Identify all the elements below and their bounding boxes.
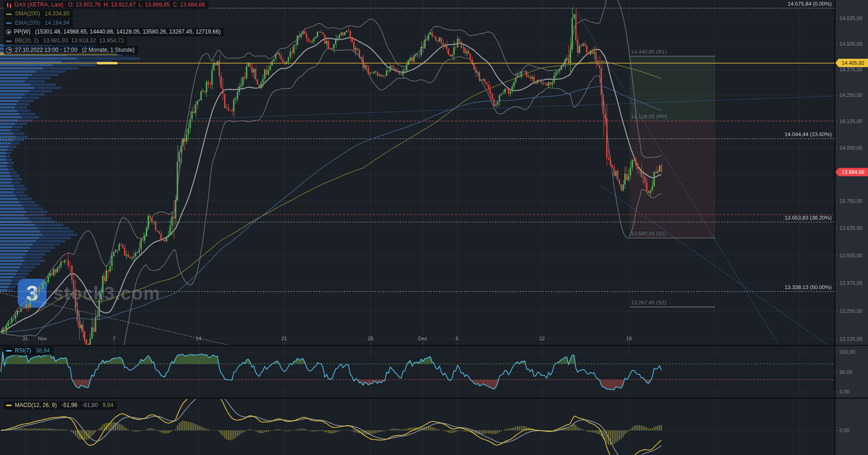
date-tick: 14 <box>196 336 201 341</box>
chart-window: 3 stock3.com DAX (XETRA, Last)O: 13.902,… <box>0 0 868 455</box>
fib-level-label: 13.338,13 (50.00%) <box>785 284 832 290</box>
date-tick: 31 <box>22 336 28 341</box>
pivot-level-label: 14.128,05 (PP) <box>631 114 667 119</box>
macd-line-icon <box>6 405 12 406</box>
macd-value: -51,96 <box>62 402 77 408</box>
pivot-level-label: 13.267,45 (S2) <box>631 300 666 305</box>
fib-level-label: 13.653,83 (38.20%) <box>785 215 832 221</box>
symbol-title: DAX (XETRA, Last) <box>14 1 63 8</box>
axis-border <box>834 0 835 455</box>
indicator-legend: DAX (XETRA, Last)O: 13.902,76 H: 13.912,… <box>4 1 224 55</box>
date-tick: Dez <box>418 336 427 341</box>
date-tick: 21 <box>281 336 287 341</box>
price-tick: 14.375,00 <box>840 67 862 72</box>
fib-level-label: 14.044,44 (23.60%) <box>785 131 832 137</box>
date-tick: 28 <box>368 336 373 341</box>
legend-bb-row[interactable]: BB(20, 2)13.981,93 13.918,32 13.854,72 <box>4 37 127 45</box>
macd-legend[interactable]: MACD(12, 26, 9)-51,96-61,809,84 <box>4 401 116 410</box>
price-tick: 13.500,00 <box>840 253 862 258</box>
price-tick: 13.375,00 <box>840 280 862 286</box>
rsi-value: 38,94 <box>36 347 50 354</box>
rsi-tick: 0,00 <box>840 389 849 394</box>
date-tick: 19 <box>626 336 632 341</box>
candlestick-icon <box>6 2 12 8</box>
legend-pivot-row[interactable]: PP(W)(15301.46, 14988.65, 14440.86, 1412… <box>4 28 224 36</box>
price-tick: 14.125,00 <box>840 118 862 124</box>
chart-canvas[interactable] <box>0 0 868 455</box>
price-tick: 14.500,00 <box>840 41 862 47</box>
date-tick: 12 <box>539 336 545 341</box>
price-tick: 14.250,00 <box>840 92 862 98</box>
price-tick: 13.625,00 <box>840 225 862 231</box>
price-tick: 13.250,00 <box>840 308 862 314</box>
pane-separator-rsi[interactable] <box>0 345 868 346</box>
price-tick: 14.625,00 <box>840 15 862 21</box>
symbol-ohlc: O: 13.902,76 H: 13.912,67 L: 13.869,85 C… <box>68 1 205 8</box>
macd-hist-value: 9,84 <box>103 402 113 408</box>
bb-line-icon <box>6 41 12 42</box>
price-tick: 14.000,00 <box>840 145 862 151</box>
pane-separator-macd[interactable] <box>0 398 868 399</box>
clock-icon <box>6 47 12 53</box>
pivot-point-icon <box>6 29 11 34</box>
price-tick: 13.750,00 <box>840 198 862 204</box>
legend-time-row: 27.10.2022 13:00 - 17:00 (2 Monate, 1 St… <box>4 46 138 55</box>
rsi-tick: 100,00 <box>840 349 855 355</box>
price-tick: 13.125,00 <box>840 336 862 342</box>
date-tick: 7 <box>113 336 116 341</box>
rsi-line-icon <box>6 350 12 352</box>
last-price-tag: 13.884,66 <box>835 168 868 176</box>
date-tick: Nov <box>38 336 47 341</box>
fib-level-label: 14.675,84 (0.00%) <box>787 1 832 7</box>
macd-signal-value: -61,80 <box>82 402 98 408</box>
pivot-level-label: 13.580,26 (S1) <box>631 231 666 236</box>
rsi-tick: 50,00 <box>840 369 853 375</box>
macd-tick: 0,00 <box>840 427 849 433</box>
pivot-level-label: 14.440,86 (R1) <box>631 49 667 55</box>
legend-symbol-row[interactable]: DAX (XETRA, Last)O: 13.902,76 H: 13.912,… <box>4 1 208 9</box>
alert-price-tag[interactable]: 14.405,82 <box>835 59 868 67</box>
rsi-legend[interactable]: RSI(7)38,94 <box>4 347 53 355</box>
date-tick: 5 <box>456 336 458 341</box>
